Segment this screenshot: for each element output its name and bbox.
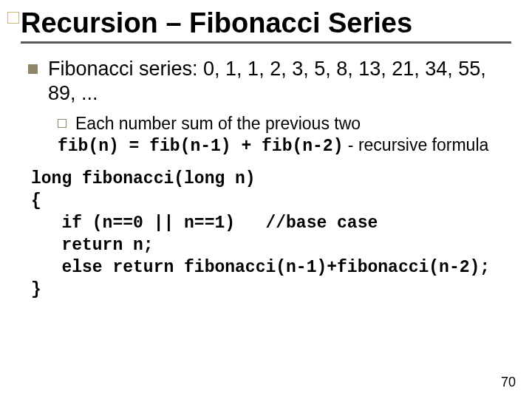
formula-code: fib(n) = fib(n-1) + fib(n-2)	[58, 137, 343, 156]
title-corner-decoration	[7, 12, 19, 24]
slide-title: Recursion – Fibonacci Series	[21, 7, 511, 40]
sub-bullet-line: Each number sum of the previous two	[58, 113, 505, 135]
page-number: 70	[501, 375, 516, 390]
square-bullet-icon	[28, 64, 38, 74]
slide-body: Fibonacci series: 0, 1, 1, 2, 3, 5, 8, 1…	[21, 48, 511, 301]
slide: Recursion – Fibonacci Series Fibonacci s…	[0, 0, 532, 399]
formula-suffix: - recursive formula	[343, 135, 488, 154]
hollow-square-bullet-icon	[58, 119, 66, 128]
sub-bullet-text-line1: Each number sum of the previous two	[75, 113, 361, 135]
title-area: Recursion – Fibonacci Series	[21, 7, 511, 48]
bullet1-text: Fibonacci series: 0, 1, 1, 2, 3, 5, 8, 1…	[48, 57, 505, 106]
bullet-level2-block: Each number sum of the previous two fib(…	[58, 113, 505, 159]
code-block: long fibonacci(long n) { if (n==0 || n==…	[31, 168, 505, 301]
bullet-level1: Fibonacci series: 0, 1, 1, 2, 3, 5, 8, 1…	[28, 57, 505, 106]
title-underline	[21, 41, 511, 44]
sub-bullet-text-line2: fib(n) = fib(n-1) + fib(n-2) - recursive…	[58, 134, 505, 158]
